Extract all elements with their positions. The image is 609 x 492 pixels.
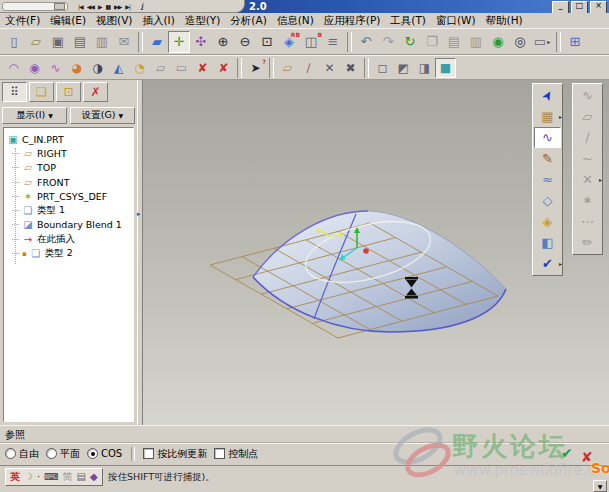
hidden-line-button[interactable]: ◩ [393, 58, 414, 78]
spin-center-button[interactable]: ✛ [168, 31, 190, 53]
menu-item-6[interactable]: 分析(A) [225, 14, 271, 28]
style-active-plane-button[interactable]: ▦▸ [534, 106, 561, 127]
folder-browser-tab[interactable]: ⊡ [56, 82, 81, 102]
print-setup-button[interactable]: ▥ [91, 31, 113, 53]
menu-item-9[interactable]: 工具(T) [385, 14, 431, 28]
print-button[interactable]: ▤ [69, 31, 91, 53]
style-surface-merge-button[interactable]: ◈ [534, 211, 561, 232]
menu-item-3[interactable]: 视图(V) [91, 14, 137, 28]
splitter-collapse-icon[interactable]: ▸ [137, 210, 141, 218]
skip-start-button[interactable]: |◀ [78, 1, 83, 12]
flyout-arrow-icon[interactable]: ▸ [559, 113, 562, 120]
delete-all-analysis-button[interactable]: ✘ [213, 58, 234, 78]
plane-display-button[interactable]: ▱ [277, 58, 298, 78]
delete-analysis-button[interactable]: ✘ [192, 58, 213, 78]
csys-display-button[interactable]: ✖ [340, 58, 361, 78]
menu-item-11[interactable]: 帮助(H) [481, 14, 528, 28]
ime-dot-icon[interactable]: · [37, 472, 40, 482]
graphics-viewport[interactable]: ➤▦▸∿✎≈◇◈◧✔▸ ∿▱∕~✕▸✶⋯✏ [143, 80, 609, 425]
model-tree-tab[interactable]: ⠿ [2, 82, 27, 102]
find-button[interactable]: ◎ [509, 31, 531, 53]
orient-mode-button[interactable]: ✣ [190, 31, 212, 53]
menu-item-1[interactable]: 文件(F) [0, 14, 45, 28]
ime-keyboard-icon[interactable]: ⌨ [44, 472, 58, 482]
shaded-curvature-analysis-button[interactable]: ◕ [66, 58, 87, 78]
menu-item-2[interactable]: 编辑(E) [45, 14, 91, 28]
open-file-button[interactable]: ▱ [25, 31, 47, 53]
flyout-arrow-icon[interactable]: ▸ [547, 38, 550, 45]
named-analysis-button[interactable]: ▭ [171, 58, 192, 78]
activate-window-button[interactable]: ⊞ [564, 31, 586, 53]
redo-button[interactable]: ↷ [377, 31, 399, 53]
tree-item-5[interactable]: ✶PRT_CSYS_DEF [4, 189, 133, 203]
paste-button[interactable]: ▤ [443, 31, 465, 53]
curve-analysis-button[interactable]: ∿ [45, 58, 66, 78]
ime-clipboard-icon[interactable]: ▤ [77, 472, 86, 482]
reflection-analysis-button[interactable]: ◑ [87, 58, 108, 78]
menu-item-8[interactable]: 应用程序(P) [319, 14, 386, 28]
skip-end-button[interactable]: ▶| [125, 1, 130, 12]
wireframe-button[interactable]: ◻ [372, 58, 393, 78]
show-menu-button[interactable]: 显示(I) ▼ [2, 107, 67, 124]
checkbox-option-1[interactable]: 按比例更新 [143, 447, 207, 461]
gauss-analysis-button[interactable]: ◔ [129, 58, 150, 78]
tree-item-3[interactable]: ▱TOP [4, 161, 133, 175]
connections-tab[interactable]: ✗ [83, 82, 108, 102]
player-slider[interactable] [2, 2, 68, 11]
blend-surface[interactable] [253, 211, 506, 332]
zoom-in-button[interactable]: ⊕ [212, 31, 234, 53]
appearances-button[interactable]: ◉ [487, 31, 509, 53]
style-surface-connect-button[interactable]: ◇ [534, 190, 561, 211]
settings-menu-button[interactable]: 设置(G) ▼ [70, 107, 135, 124]
shaded-button[interactable]: ■ [435, 58, 456, 78]
draft-analysis-button[interactable]: ◭ [108, 58, 129, 78]
tree-item-2[interactable]: ▱RIGHT [4, 146, 133, 160]
radio-option-3[interactable]: COS [87, 448, 122, 459]
radio-option-2[interactable]: 平面 [46, 447, 80, 461]
copy-button[interactable]: ❐ [421, 31, 443, 53]
refit-button[interactable]: ⊡ [256, 31, 278, 53]
tree-item-9[interactable]: ▪❏类型 2 [4, 246, 133, 260]
new-file-button[interactable]: ▯ [3, 31, 25, 53]
status-corner-button[interactable]: ▼ [593, 480, 607, 492]
axis-display-button[interactable]: ∕ [298, 58, 319, 78]
style-curve-create-button[interactable]: ∿ [534, 127, 561, 148]
undo-button[interactable]: ↶ [355, 31, 377, 53]
tree-item-1[interactable]: ▣C_IN.PRT [4, 132, 133, 146]
style-curve-edit-button[interactable]: ✎ [534, 148, 561, 169]
regenerate-button[interactable]: ↻ [399, 31, 421, 53]
rewind-button[interactable]: ◀◀ [87, 1, 94, 12]
menu-item-7[interactable]: 信息(N) [272, 14, 319, 28]
zoom-out-button[interactable]: ⊖ [234, 31, 256, 53]
tree-item-4[interactable]: ▱FRONT [4, 175, 133, 189]
style-surface-edit-button[interactable]: ◧ [534, 232, 561, 253]
view-manager-button[interactable]: ◫B [300, 31, 322, 53]
tree-item-7[interactable]: ◪Boundary Blend 1 [4, 218, 133, 232]
pause-button[interactable]: ▮▮ [106, 1, 111, 12]
save-file-button[interactable]: ▣ [47, 31, 69, 53]
flyout-arrow-icon[interactable]: ▸ [559, 260, 562, 267]
flyout-arrow-icon[interactable]: ▸ [599, 176, 602, 183]
style-select-button[interactable]: ➤ [534, 85, 561, 106]
menu-item-4[interactable]: 插入(I) [137, 14, 179, 28]
player-slider-thumb[interactable] [54, 3, 65, 10]
curvature-analysis-button[interactable]: ◠ [3, 58, 24, 78]
point-display-button[interactable]: ✕ [319, 58, 340, 78]
fast-forward-button[interactable]: ▶▶ [114, 1, 121, 12]
checkbox-option-2[interactable]: 控制点 [214, 447, 258, 461]
context-help-button[interactable]: ➤? [245, 58, 266, 78]
saved-analysis-button[interactable]: ▱ [150, 58, 171, 78]
ime-shape-icon[interactable]: ☽ [24, 472, 33, 482]
ime-simplified-icon[interactable]: 简 [63, 472, 73, 482]
ime-settings-icon[interactable]: ◆ [90, 472, 98, 482]
ime-toolbar[interactable]: 英☽·⌨简▤◆ [5, 468, 103, 486]
radio-option-1[interactable]: 自由 [5, 447, 39, 461]
tree-item-6[interactable]: ❏类型 1 [4, 203, 133, 217]
layer-tree-tab[interactable]: ❏ [29, 82, 54, 102]
menu-item-10[interactable]: 窗口(W) [431, 14, 481, 28]
tree-item-8[interactable]: →在此插入 [4, 232, 133, 246]
style-surface-button[interactable]: ≈ [534, 169, 561, 190]
no-hidden-button[interactable]: ◨ [414, 58, 435, 78]
send-mail-button[interactable]: ✉ [113, 31, 135, 53]
menu-item-5[interactable]: 造型(Y) [180, 14, 226, 28]
